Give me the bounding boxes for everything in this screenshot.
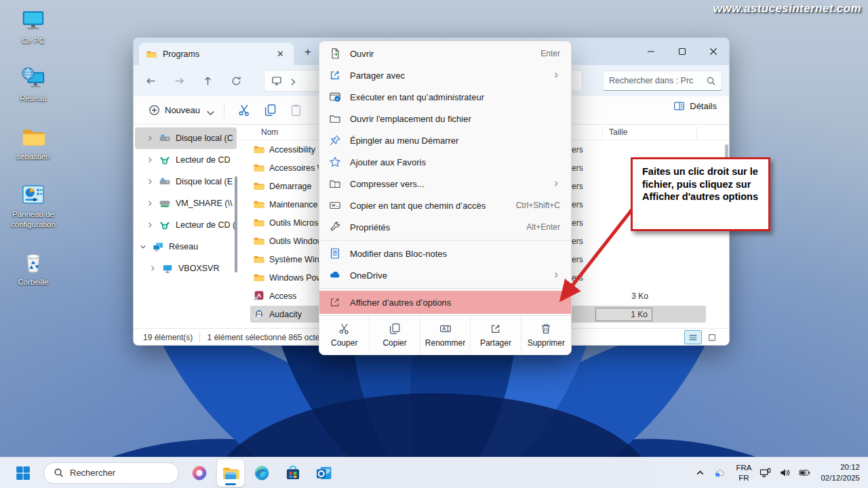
rename-icon: [439, 323, 452, 335]
search-value: Rechercher dans : Prc: [609, 76, 706, 85]
menu-item-partager-avec[interactable]: Partager avec: [319, 64, 571, 86]
menu-item-ouvrir[interactable]: OuvrirEnter: [319, 43, 571, 64]
menu-item-label: Modifier dans Bloc-notes: [350, 249, 560, 259]
forward-button[interactable]: [167, 70, 191, 92]
share-icon: [329, 69, 341, 81]
cut-button[interactable]: [231, 99, 257, 122]
quick-action-supprimer[interactable]: Supprimer: [521, 316, 571, 354]
up-button[interactable]: [196, 70, 219, 92]
clock-time: 20:12: [821, 462, 860, 473]
quick-action-couper[interactable]: Couper: [319, 316, 369, 354]
annotation-box: Faites un clic droit sur le fichier, pui…: [631, 157, 770, 231]
tree-item-vboxsvr[interactable]: VBOXSVR: [135, 258, 237, 279]
back-button[interactable]: [139, 70, 162, 92]
tree-item-disque-local-c[interactable]: Disque local (C: [135, 127, 237, 149]
menu-item-ajouter-aux-favoris[interactable]: Ajouter aux Favoris: [319, 151, 571, 173]
volume-tray-icon[interactable]: [779, 467, 791, 479]
taskbar-app-explorer[interactable]: [217, 460, 244, 487]
menu-item-ouvrir-l-emplacement-du-fichier[interactable]: Ouvrir l'emplacement du fichier: [319, 108, 571, 129]
desktop-icon-panneau-de-configuration[interactable]: Panneau de configuration: [5, 182, 61, 229]
chevron-right-icon: [146, 178, 154, 186]
minimize-button[interactable]: [635, 38, 667, 65]
taskbar-app-edge[interactable]: [248, 460, 275, 487]
refresh-button[interactable]: [224, 70, 248, 92]
folder-icon: [146, 49, 157, 60]
control-panel-icon: [20, 182, 46, 207]
pin-icon: [329, 134, 341, 146]
details-label: Détails: [690, 101, 717, 111]
system-tray: i FRA FR 20:12 02/12/2025: [694, 462, 860, 483]
navigation-tree: Disque local (CLecteur de CDDisque local…: [134, 125, 238, 328]
network-tree-icon: [153, 241, 163, 252]
tab-close-icon[interactable]: ✕: [274, 49, 287, 59]
onedrive-tray-icon[interactable]: i: [714, 467, 728, 479]
tree-item-r-seau[interactable]: Réseau: [135, 236, 237, 258]
taskbar-search[interactable]: Rechercher: [43, 462, 179, 484]
taskbar-app-copilot[interactable]: [186, 460, 213, 487]
copy-button[interactable]: [257, 99, 283, 122]
menu-item-compresser-vers[interactable]: Compresser vers...: [319, 173, 571, 195]
quick-action-renommer[interactable]: Renommer: [420, 316, 470, 354]
column-divider[interactable]: [602, 127, 603, 138]
favorite-star-icon: [329, 156, 341, 168]
file-size: [595, 258, 652, 261]
paste-button[interactable]: [283, 99, 309, 122]
language-indicator[interactable]: FRA FR: [736, 463, 751, 483]
taskbar-apps: Rechercher: [9, 460, 338, 487]
column-name[interactable]: Nom: [261, 127, 278, 137]
battery-tray-icon[interactable]: [799, 467, 812, 479]
large-icons-view-toggle[interactable]: [703, 330, 721, 344]
desktop-icon-label: sebastien: [16, 152, 50, 161]
tab-programs[interactable]: Programs ✕: [139, 43, 294, 65]
new-button[interactable]: Nouveau: [143, 100, 217, 120]
tree-item-vm-share[interactable]: VM_SHARE (\\: [135, 192, 237, 214]
menu-item-propri-t-s[interactable]: PropriétésAlt+Enter: [319, 216, 571, 238]
quick-action-copier[interactable]: Copier: [369, 316, 419, 354]
search-icon: [706, 76, 716, 86]
quick-action-partager[interactable]: Partager: [470, 316, 520, 354]
tray-chevron-up-icon[interactable]: [694, 467, 706, 479]
menu-item-afficher-d-autres-d-options[interactable]: Afficher d’autres d’options: [319, 291, 571, 314]
menu-item-copier-en-tant-que-chemin-d-acc-s[interactable]: Copier en tant que chemin d’accèsCtrl+Sh…: [319, 195, 571, 216]
tree-item-lecteur-de-cd-d[interactable]: Lecteur de CD (D: [135, 214, 237, 236]
taskbar-app-store[interactable]: [279, 460, 307, 487]
file-size: 1 Ko: [595, 308, 652, 321]
details-view-toggle[interactable]: [684, 330, 702, 344]
notepad-icon: [329, 247, 341, 260]
run-admin-icon: [329, 91, 341, 103]
start-button[interactable]: [9, 460, 37, 487]
menu-item-modifier-dans-bloc-notes[interactable]: Modifier dans Bloc-notes: [319, 243, 571, 264]
file-name: Windows Pow: [269, 273, 323, 283]
properties-icon: [329, 221, 341, 233]
menu-item-onedrive[interactable]: OneDrive: [319, 264, 571, 286]
cut-icon: [338, 323, 351, 335]
tree-item-label: Lecteur de CD: [176, 155, 231, 165]
column-size[interactable]: Taille: [609, 127, 627, 137]
chevron-right-icon: [146, 134, 154, 142]
folder-icon: [253, 217, 264, 228]
maximize-button[interactable]: [667, 38, 698, 65]
desktop-icon-sebastien[interactable]: sebastien: [5, 124, 61, 161]
tree-scrollbar[interactable]: [235, 176, 237, 272]
tree-item-disque-local-e[interactable]: Disque local (E: [135, 171, 237, 192]
desktop-icon-reseau[interactable]: Réseau: [5, 66, 61, 103]
new-button-label: Nouveau: [165, 105, 200, 115]
tree-item-label: Réseau: [169, 242, 198, 251]
chevron-down-icon: [139, 243, 147, 251]
tree-item-lecteur-de-cd[interactable]: Lecteur de CD: [135, 149, 237, 171]
desktop-icon-ce-pc[interactable]: Ce PC: [5, 8, 61, 45]
column-divider[interactable]: [696, 127, 697, 138]
clock[interactable]: 20:12 02/12/2025: [821, 462, 860, 483]
watermark-text: www.astucesinternet.com: [713, 2, 861, 16]
details-view-button[interactable]: Détails: [673, 100, 717, 112]
menu-item-pingler-au-menu-d-marrer[interactable]: Épingler au menu Démarrer: [319, 129, 571, 151]
desktop-icon-corbeille[interactable]: Corbeille: [5, 249, 61, 287]
search-input[interactable]: Rechercher dans : Prc: [603, 70, 722, 91]
menu-item-shortcut: Ctrl+Shift+C: [516, 201, 560, 210]
network-tray-icon[interactable]: [760, 467, 771, 479]
menu-item-ex-cuter-en-tant-qu-administrateur[interactable]: Exécuter en tant qu’administrateur: [319, 86, 571, 108]
close-button[interactable]: [698, 38, 729, 65]
taskbar-app-outlook[interactable]: [311, 460, 338, 487]
menu-separator: [320, 240, 570, 241]
new-tab-button[interactable]: +: [304, 46, 311, 58]
